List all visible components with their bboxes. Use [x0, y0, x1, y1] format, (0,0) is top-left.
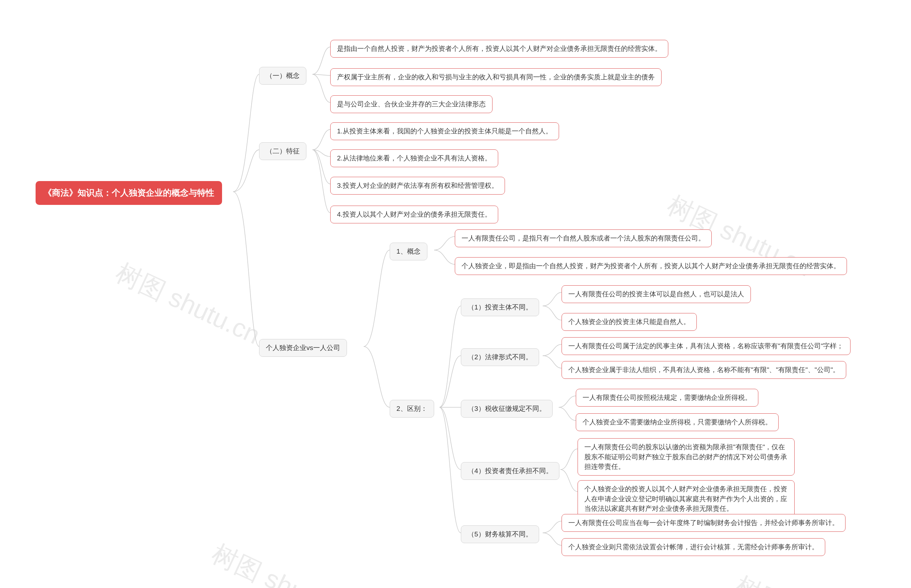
root-node[interactable]: 《商法》知识点：个人独资企业的概念与特性	[36, 181, 222, 205]
compare-concept[interactable]: 1、概念	[390, 242, 427, 260]
diff-4-b[interactable]: 个人独资企业的投资人以其个人财产对企业债务承担无限责任，投资人在申请企业设立登记…	[578, 480, 794, 518]
diff-2-b[interactable]: 个人独资企业属于非法人组织，不具有法人资格，名称不能有"有限"、"有限责任"、"…	[561, 361, 846, 379]
feature-item-2[interactable]: 2.从法律地位来看，个人独资企业不具有法人资格。	[330, 149, 498, 167]
concept-item-1[interactable]: 是指由一个自然人投资，财产为投资者个人所有，投资人以其个人财产对企业债务承担无限…	[330, 40, 668, 58]
compare-concept-2[interactable]: 个人独资企业，即是指由一个自然人投资，财产为投资者个人所有，投资人以其个人财产对…	[455, 257, 847, 275]
diff-4-a[interactable]: 一人有限责任公司的股东以认缴的出资额为限承担"有限责任"，仅在股东不能证明公司财…	[578, 438, 794, 476]
feature-item-3[interactable]: 3.投资人对企业的财产依法享有所有权和经营管理权。	[330, 177, 505, 195]
diff-4[interactable]: （4）投资者责任承担不同。	[461, 462, 560, 480]
diff-1[interactable]: （1）投资主体不同。	[461, 299, 539, 316]
diff-2[interactable]: （2）法律形式不同。	[461, 348, 539, 366]
feature-item-4[interactable]: 4.投资人以其个人财产对企业的债务承担无限责任。	[330, 205, 498, 223]
diff-5[interactable]: （5）财务核算不同。	[461, 525, 539, 543]
watermark: 树图 shutu.cn	[110, 256, 265, 352]
compare-diff[interactable]: 2、区别：	[390, 400, 434, 418]
concept-item-3[interactable]: 是与公司企业、合伙企业并存的三大企业法律形态	[330, 95, 492, 113]
diff-5-a[interactable]: 一人有限责任公司应当在每一会计年度终了时编制财务会计报告，并经会计师事务所审计。	[561, 514, 846, 532]
concept-item-2[interactable]: 产权属于业主所有，企业的收入和亏损与业主的收入和亏损具有同一性，企业的债务实质上…	[330, 68, 662, 86]
diff-1-a[interactable]: 一人有限责任公司的投资主体可以是自然人，也可以是法人	[561, 285, 751, 303]
section-concept[interactable]: （一）概念	[259, 67, 306, 85]
watermark: 树图 shutu.cn	[730, 569, 885, 588]
diff-3-b[interactable]: 个人独资企业不需要缴纳企业所得税，只需要缴纳个人所得税。	[576, 414, 778, 431]
diff-3-a[interactable]: 一人有限责任公司按照税法规定，需要缴纳企业所得税。	[576, 389, 758, 407]
compare-concept-1[interactable]: 一人有限责任公司，是指只有一个自然人股东或者一个法人股东的有限责任公司。	[455, 229, 712, 247]
section-feature[interactable]: （二）特征	[259, 142, 306, 160]
diff-5-b[interactable]: 个人独资企业则只需依法设置会计帐簿，进行会计核算，无需经会计师事务所审计。	[561, 538, 825, 556]
watermark: 树图 shutu.cn	[206, 537, 362, 588]
section-compare[interactable]: 个人独资企业vs一人公司	[259, 339, 347, 357]
diff-3[interactable]: （3）税收征缴规定不同。	[461, 400, 553, 418]
feature-item-1[interactable]: 1.从投资主体来看，我国的个人独资企业的投资主体只能是一个自然人。	[330, 122, 559, 140]
diff-1-b[interactable]: 个人独资企业的投资主体只能是自然人。	[561, 313, 697, 331]
diff-2-a[interactable]: 一人有限责任公司属于法定的民事主体，具有法人资格，名称应该带有"有限责任公司"字…	[561, 337, 851, 355]
